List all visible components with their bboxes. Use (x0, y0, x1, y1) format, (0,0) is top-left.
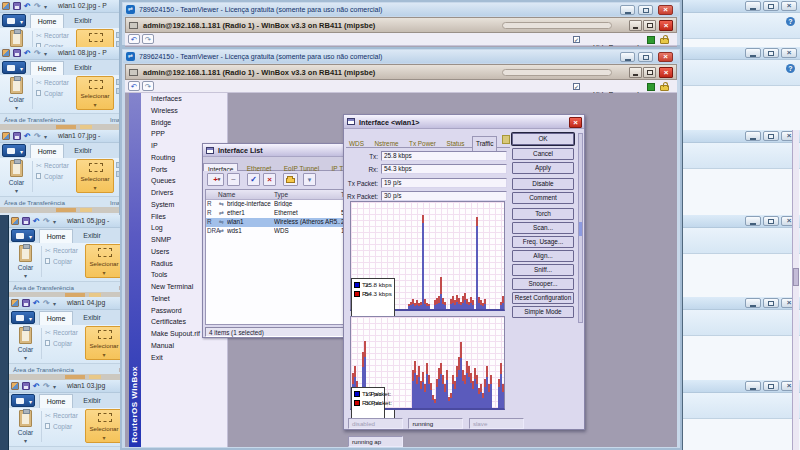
paint-title-bar[interactable]: ↶ ↷ ▾ wlan1 02.jpg - P (0, 0, 119, 13)
dialog-button[interactable]: Comment (512, 192, 574, 204)
winbox-title-bar[interactable]: admin@192.168.1.181 (Radio 1) - WinBox v… (125, 17, 677, 33)
dialog-tab[interactable]: Traffic (472, 136, 497, 152)
minimize-button[interactable] (745, 48, 761, 58)
comment-folder-button[interactable] (283, 173, 298, 186)
redo-icon[interactable]: ↷ (34, 132, 41, 141)
paint-menu-button[interactable]: ▾ (2, 61, 26, 74)
restore-button[interactable] (763, 131, 779, 141)
quick-access-dropdown-icon[interactable]: ▾ (53, 218, 56, 227)
save-icon[interactable] (22, 217, 30, 225)
sidebar-item[interactable]: PPP (141, 128, 227, 140)
close-button[interactable]: × (781, 1, 797, 11)
column-type[interactable]: Type (274, 191, 288, 198)
sidebar-item[interactable]: Manual (141, 340, 227, 352)
tab-view[interactable]: Exibir (75, 229, 109, 243)
redo-icon[interactable]: ↷ (34, 49, 41, 58)
dialog-button[interactable]: Apply (512, 162, 574, 174)
save-icon[interactable] (22, 299, 30, 307)
undo-icon[interactable]: ↶ (33, 217, 40, 226)
dialog-button[interactable]: Snooper... (512, 278, 574, 290)
redo-icon[interactable]: ↷ (43, 382, 50, 391)
cut-button[interactable]: ✂Recortar (45, 329, 83, 340)
copy-button[interactable]: Copiar (45, 423, 83, 434)
minimize-button[interactable] (745, 298, 761, 308)
minimize-button[interactable] (745, 1, 761, 11)
teamviewer-title-bar[interactable]: ⇄ 789624150 - TeamViewer - Licença gratu… (123, 50, 679, 63)
paint-title-bar[interactable]: ↶ ↷ ▾ wlan1 08.jpg - P (0, 47, 119, 60)
paint-menu-button[interactable]: ▾ (2, 14, 26, 27)
copy-button[interactable]: Copiar (45, 258, 83, 269)
tab-home[interactable]: Home (30, 144, 64, 158)
sidebar-item[interactable]: Bridge (141, 117, 227, 129)
paste-button[interactable]: Colar ▾ (3, 159, 30, 195)
paint-title-bar[interactable]: ↶ ↷ ▾ wlan1 03.jpg (9, 380, 120, 393)
minimize-button[interactable] (620, 52, 635, 62)
restore-button[interactable] (763, 216, 779, 226)
dialog-button[interactable]: Freq. Usage... (512, 236, 574, 248)
dialog-button[interactable]: Disable (512, 178, 574, 190)
remove-interface-button[interactable]: − (227, 173, 240, 186)
rx-value-field[interactable]: 54.3 kbps (381, 164, 507, 174)
dialog-button[interactable]: Scan... (512, 222, 574, 234)
tab-overflow-button[interactable] (502, 135, 510, 144)
sidebar-item[interactable]: Exit (141, 352, 227, 364)
minimize-button[interactable] (745, 381, 761, 391)
undo-button[interactable]: ↶ (128, 81, 140, 91)
select-button[interactable]: Selecionar ▾ (85, 409, 121, 443)
tab-view[interactable]: Exibir (66, 14, 100, 28)
close-button[interactable]: × (658, 52, 673, 62)
sidebar-item[interactable]: Wireless (141, 105, 227, 117)
teamviewer-title-bar[interactable]: ⇄ 789624150 - TeamViewer - Licença gratu… (123, 3, 679, 16)
undo-button[interactable]: ↶ (128, 34, 140, 44)
restore-button[interactable] (763, 1, 779, 11)
redo-icon[interactable]: ↷ (34, 2, 41, 11)
undo-icon[interactable]: ↶ (33, 299, 40, 308)
paint-menu-button[interactable]: ▾ (11, 229, 35, 242)
dialog-button[interactable]: Simple Mode (512, 306, 574, 318)
paste-button[interactable]: Colar ▾ (12, 244, 39, 280)
tab-view[interactable]: Exibir (66, 144, 100, 158)
cut-button[interactable]: ✂Recortar (36, 162, 74, 173)
minimize-button[interactable] (745, 131, 761, 141)
dialog-button[interactable]: Align... (512, 250, 574, 262)
paint-title-bar[interactable]: ↶ ↷ ▾ wlan1 04.jpg (9, 297, 120, 310)
paint-title-bar[interactable]: ↶ ↷ ▾ wlan1 05.jpg - (9, 215, 120, 228)
restore-button[interactable] (643, 67, 656, 78)
redo-button[interactable]: ↷ (142, 81, 154, 91)
rx-packet-value-field[interactable]: 30 p/s (381, 191, 507, 201)
winbox-title-bar[interactable]: admin@192.168.1.181 (Radio 1) - WinBox v… (125, 64, 677, 80)
close-button[interactable]: × (658, 5, 673, 15)
scrollbar-thumb[interactable] (793, 268, 799, 286)
tab-view[interactable]: Exibir (75, 311, 109, 325)
tab-view[interactable]: Exibir (75, 394, 109, 408)
minimize-button[interactable] (620, 5, 635, 15)
minimize-button[interactable] (629, 67, 642, 78)
tab-view[interactable]: Exibir (66, 61, 100, 75)
close-button[interactable]: × (781, 48, 797, 58)
paste-button[interactable]: Colar ▾ (3, 76, 30, 112)
dialog-scrollbar-thumb[interactable] (579, 222, 582, 236)
quick-access-dropdown-icon[interactable]: ▾ (44, 133, 47, 142)
paint-title-bar[interactable]: ↶ ↷ ▾ wlan1 07.jpg - (0, 130, 119, 143)
restore-button[interactable] (763, 381, 779, 391)
dialog-button[interactable]: Cancel (512, 148, 574, 160)
disable-button[interactable]: × (263, 173, 276, 186)
dialog-button[interactable]: OK (512, 133, 574, 145)
save-icon[interactable] (13, 132, 21, 140)
undo-icon[interactable]: ↶ (24, 132, 31, 141)
add-interface-button[interactable]: +▾ (207, 173, 224, 186)
tab-home[interactable]: Home (39, 229, 73, 243)
quick-access-dropdown-icon[interactable]: ▾ (44, 3, 47, 12)
cut-button[interactable]: ✂Recortar (45, 412, 83, 423)
dialog-scrollbar[interactable] (578, 133, 583, 323)
column-name[interactable]: Name (218, 191, 235, 198)
save-icon[interactable] (13, 2, 21, 10)
copy-button[interactable]: Copiar (36, 90, 74, 101)
undo-icon[interactable]: ↶ (24, 2, 31, 11)
hide-passwords-checkbox[interactable]: ✓ (573, 36, 580, 43)
cut-button[interactable]: ✂Recortar (36, 32, 74, 43)
close-button[interactable]: × (659, 20, 673, 31)
select-button[interactable]: Selecionar ▾ (76, 159, 114, 193)
select-button[interactable]: Selecionar ▾ (76, 29, 114, 47)
dialog-button[interactable]: Reset Configuration (512, 292, 574, 304)
